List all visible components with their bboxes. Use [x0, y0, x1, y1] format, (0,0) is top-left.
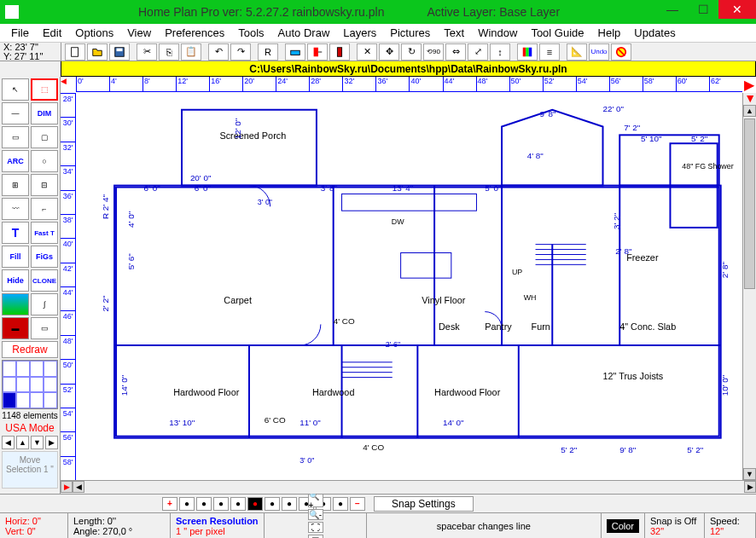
snap-5-active[interactable]: ● [247, 497, 263, 511]
svg-text:9' 8": 9' 8" [539, 109, 556, 119]
snap-6[interactable]: ● [265, 497, 280, 511]
copy-button[interactable]: ⎘ [159, 43, 179, 61]
arrow-tool[interactable]: ↖ [2, 78, 29, 101]
nav-right[interactable]: ▶ [45, 436, 58, 449]
vertical-scrollbar[interactable]: ▼ ▲ ▼ [742, 93, 756, 480]
curve-tool[interactable]: 〰 [2, 198, 29, 220]
scale-button[interactable]: ⤢ [468, 43, 488, 61]
nav-left[interactable]: ◀ [2, 436, 15, 449]
nav-up[interactable]: ▲ [16, 436, 29, 449]
snap-settings-label[interactable]: Snap Settings [374, 496, 474, 512]
menu-pictures[interactable]: Pictures [384, 25, 436, 41]
print-button[interactable]: R [258, 43, 278, 61]
figs-tool[interactable]: FiGs [31, 246, 58, 268]
move-button[interactable]: ✥ [379, 43, 399, 61]
circle-tool[interactable]: ○ [31, 150, 58, 172]
undo-button[interactable]: ↶ [208, 43, 229, 61]
window-tool[interactable]: ⊞ [2, 174, 29, 196]
zoom-out[interactable]: 🔍- [308, 509, 323, 520]
select-tool[interactable]: ⬚ [31, 78, 58, 101]
fasttext-tool[interactable]: Fast T [31, 222, 58, 244]
redraw-button[interactable]: Redraw [2, 341, 58, 358]
scroll-up[interactable]: ▲ [743, 105, 756, 117]
redo-button[interactable]: ↷ [230, 43, 251, 61]
nav-down[interactable]: ▼ [31, 436, 44, 449]
menu-updates[interactable]: Updates [628, 25, 681, 41]
menu-help[interactable]: Help [592, 25, 627, 41]
menu-view[interactable]: View [121, 25, 157, 41]
color-swatch[interactable]: Color [607, 519, 639, 533]
zoom-in[interactable]: 🔍+ [308, 494, 323, 507]
open-file-button[interactable] [87, 43, 108, 61]
maximize-button[interactable]: ☐ [688, 0, 718, 19]
snap-4[interactable]: ● [230, 497, 246, 511]
hide-tool[interactable]: Hide [2, 269, 29, 292]
door-button[interactable] [329, 43, 350, 61]
rotate-button[interactable]: ↻ [401, 43, 422, 61]
freehand-tool[interactable]: ∫ [31, 293, 58, 315]
svg-text:R 2' 4": R 2' 4" [101, 194, 110, 219]
menu-preferences[interactable]: Preferences [159, 25, 230, 41]
element-count: 1148 elements [2, 411, 58, 420]
menu-layers[interactable]: Layers [337, 25, 382, 41]
minimize-button[interactable]: — [657, 0, 688, 19]
zoom-fit[interactable]: ⛶ [308, 522, 323, 533]
mirror-button[interactable]: ⇔ [445, 43, 466, 61]
nosmoking-icon[interactable] [611, 43, 631, 61]
active-layer: Active Layer: Base Layer [427, 5, 560, 19]
minimap[interactable] [2, 360, 58, 409]
menu-window[interactable]: Window [472, 25, 523, 41]
snap-10[interactable]: ● [333, 497, 348, 511]
snap-minus[interactable]: − [350, 497, 365, 511]
door-tool[interactable]: ⊟ [31, 174, 58, 196]
dim-tool[interactable]: DIM [31, 102, 58, 124]
wall2-tool[interactable]: ▭ [31, 317, 58, 339]
scroll-down[interactable]: ▼ [743, 468, 756, 480]
align-button[interactable]: ↕ [490, 43, 510, 61]
paste-button[interactable]: 📋 [181, 43, 201, 61]
menu-options[interactable]: Options [69, 25, 119, 41]
menu-file[interactable]: File [5, 25, 35, 41]
label-hardwood-floor-2: Hardwood Floor [434, 387, 501, 397]
floor-plan-canvas[interactable]: Screened Porch Carpet Vinyl Floor Desk P… [76, 93, 742, 480]
move-selection[interactable]: Move Selection 1 " [2, 451, 58, 489]
polyline-tool[interactable]: ⌐ [31, 198, 58, 220]
grid-button[interactable]: ✕ [357, 43, 377, 61]
snap-3[interactable]: ● [213, 497, 229, 511]
svg-rect-4 [314, 47, 318, 56]
cut-button[interactable]: ✂ [137, 43, 157, 61]
wall-tool[interactable]: ▬ [2, 317, 29, 339]
close-button[interactable]: ✕ [718, 0, 756, 19]
image-tool[interactable] [2, 293, 29, 315]
snap-2[interactable]: ● [196, 497, 212, 511]
fill-tool[interactable]: Fill [2, 246, 29, 268]
clone-tool[interactable]: CLONE [31, 269, 58, 292]
menu-edit[interactable]: Edit [37, 25, 67, 41]
measure-button[interactable]: 📐 [567, 43, 587, 61]
save-button[interactable] [109, 43, 130, 61]
line-tool[interactable]: — [2, 102, 29, 124]
menu-tools[interactable]: Tools [232, 25, 270, 41]
new-file-button[interactable] [65, 43, 85, 61]
menu-toolguide[interactable]: Tool Guide [525, 25, 590, 41]
menu-autodraw[interactable]: Auto Draw [272, 25, 336, 41]
rect-tool[interactable]: ▭ [2, 126, 29, 148]
color-button[interactable] [517, 43, 538, 61]
exit-button[interactable] [307, 43, 328, 61]
linestyle-button[interactable]: ≡ [539, 43, 560, 61]
layer-button[interactable] [285, 43, 305, 61]
rect2-tool[interactable]: ▢ [31, 126, 58, 148]
horizontal-scrollbar[interactable]: ▶ ◀ ▶ [61, 480, 756, 494]
zoom-window[interactable]: ▣ [308, 535, 323, 539]
usa-mode[interactable]: USA Mode [2, 422, 58, 434]
label-up: UP [512, 268, 522, 276]
arc-tool[interactable]: ARC [2, 150, 29, 172]
snap-7[interactable]: ● [282, 497, 297, 511]
text-tool[interactable]: T [2, 222, 29, 244]
rotate90-button[interactable]: ⟲90 [423, 43, 444, 61]
snap-1[interactable]: ● [179, 497, 195, 511]
undo2-button[interactable]: Undo [589, 43, 609, 61]
snap-plus[interactable]: + [162, 497, 177, 511]
menu-text[interactable]: Text [438, 25, 470, 41]
svg-rect-3 [291, 50, 300, 55]
